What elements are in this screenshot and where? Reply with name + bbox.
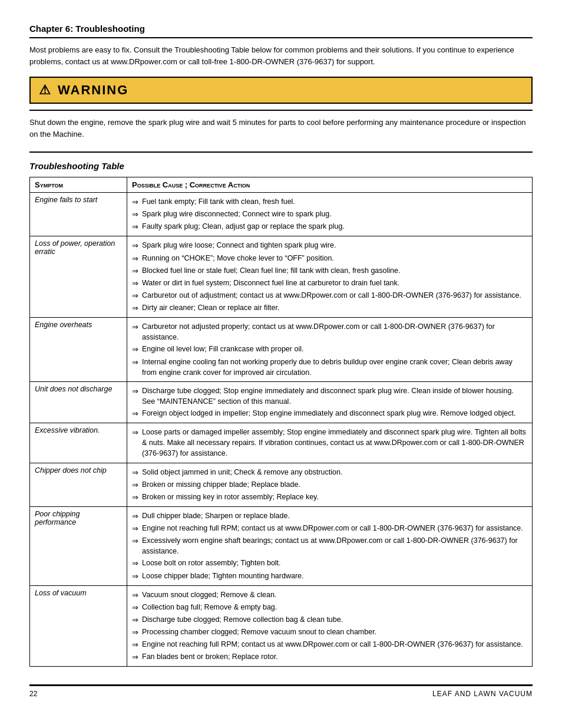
- list-item: ⇒Broken or missing key in rotor assembly…: [132, 491, 527, 503]
- list-item: ⇒Internal engine cooling fan not working…: [132, 356, 527, 378]
- arrow-icon: ⇒: [132, 536, 138, 546]
- warning-icon: ⚠: [39, 83, 51, 98]
- cause-text: Loose bolt on rotor assembly; Tighten bo…: [142, 558, 281, 568]
- list-item: ⇒Solid object jammed in unit; Check & re…: [132, 466, 527, 479]
- list-item: ⇒Engine not reaching full RPM; contact u…: [132, 522, 527, 535]
- list-item: ⇒Loose parts or damaged impeller assembl…: [132, 426, 527, 459]
- table-row: Excessive vibration.⇒Loose parts or dama…: [30, 423, 533, 463]
- list-item: ⇒Foreign object lodged in impeller; Stop…: [132, 407, 527, 420]
- arrow-icon: ⇒: [132, 480, 138, 490]
- arrow-icon: ⇒: [132, 571, 138, 582]
- arrow-icon: ⇒: [132, 197, 138, 207]
- warning-text: Shut down the engine, remove the spark p…: [29, 117, 533, 140]
- symptom-cell: Engine overheats: [30, 318, 127, 382]
- table-title: Troubleshooting Table: [29, 161, 533, 171]
- cause-text: Loose parts or damaged impeller assembly…: [142, 427, 527, 459]
- list-item: ⇒Faulty spark plug; Clean, adjust gap or…: [132, 220, 527, 233]
- cause-text: Discharge tube clogged; Remove collectio…: [142, 614, 343, 625]
- arrow-icon: ⇒: [132, 427, 138, 438]
- warning-label: WARNING: [58, 83, 128, 98]
- table-row: Unit does not discharge⇒Discharge tube c…: [30, 381, 533, 423]
- footer-page: 22: [29, 690, 37, 698]
- list-item: ⇒Engine oil level low; Fill crankcase wi…: [132, 343, 527, 355]
- list-item: ⇒Carburetor not adjusted properly; conta…: [132, 321, 527, 343]
- arrow-icon: ⇒: [132, 291, 138, 301]
- symptom-cell: Excessive vibration.: [30, 423, 127, 463]
- causes-cell: ⇒Carburetor not adjusted properly; conta…: [127, 318, 533, 382]
- list-item: ⇒Water or dirt in fuel system; Disconnec…: [132, 277, 527, 289]
- arrow-icon: ⇒: [132, 344, 138, 355]
- table-row: Loss of power, operation erratic⇒Spark p…: [30, 236, 533, 318]
- arrow-icon: ⇒: [132, 602, 138, 613]
- list-item: ⇒Engine not reaching full RPM; contact u…: [132, 638, 527, 651]
- list-item: ⇒Dirty air cleaner; Clean or replace air…: [132, 302, 527, 314]
- cause-text: Broken or missing key in rotor assembly;…: [142, 492, 319, 502]
- cause-text: Running on “CHOKE”; Move choke lever to …: [142, 253, 334, 263]
- cause-text: Vacuum snout clogged; Remove & clean.: [142, 589, 276, 600]
- cause-text: Foreign object lodged in impeller; Stop …: [142, 408, 515, 419]
- table-row: Poor chipping performance⇒Dull chipper b…: [30, 506, 533, 585]
- arrow-icon: ⇒: [132, 511, 138, 522]
- table-row: Engine fails to start⇒Fuel tank empty; F…: [30, 193, 533, 236]
- cause-text: Engine not reaching full RPM; contact us…: [142, 523, 523, 533]
- list-item: ⇒Blocked fuel line or stale fuel; Clean …: [132, 265, 527, 277]
- symptom-cell: Poor chipping performance: [30, 506, 127, 585]
- list-item: ⇒Carburetor out of adjustment; contact u…: [132, 289, 527, 302]
- cause-text: Loose chipper blade; Tighten mounting ha…: [142, 571, 304, 581]
- table-header-row: Symptom Possible Cause ; Corrective Acti…: [30, 177, 533, 193]
- causes-cell: ⇒Vacuum snout clogged; Remove & clean.⇒C…: [127, 585, 533, 667]
- footer: 22 LEAF AND LAWN VACUUM: [29, 684, 533, 698]
- arrow-icon: ⇒: [132, 278, 138, 289]
- symptom-cell: Loss of power, operation erratic: [30, 236, 127, 318]
- table-row: Chipper does not chip⇒Solid object jamme…: [30, 463, 533, 506]
- arrow-icon: ⇒: [132, 652, 138, 663]
- cause-text: Spark plug wire loose; Connect and tight…: [142, 240, 336, 251]
- arrow-icon: ⇒: [132, 640, 138, 650]
- arrow-icon: ⇒: [132, 492, 138, 503]
- cause-text: Dirty air cleaner; Clean or replace air …: [142, 302, 279, 313]
- cause-text: Collection bag full; Remove & empty bag.: [142, 602, 277, 612]
- arrow-icon: ⇒: [132, 558, 138, 569]
- cause-text: Water or dirt in fuel system; Disconnect…: [142, 278, 399, 288]
- arrow-icon: ⇒: [132, 467, 138, 478]
- list-item: ⇒Loose bolt on rotor assembly; Tighten b…: [132, 557, 527, 569]
- list-item: ⇒Dull chipper blade; Sharpen or replace …: [132, 510, 527, 522]
- cause-text: Processing chamber clogged; Remove vacuu…: [142, 627, 376, 637]
- list-item: ⇒Collection bag full; Remove & empty bag…: [132, 601, 527, 614]
- cause-text: Carburetor out of adjustment; contact us…: [142, 290, 521, 301]
- arrow-icon: ⇒: [132, 241, 138, 251]
- warning-divider: [29, 110, 533, 111]
- causes-cell: ⇒Dull chipper blade; Sharpen or replace …: [127, 506, 533, 585]
- warning-box: ⚠ WARNING: [29, 77, 533, 104]
- cause-text: Dull chipper blade; Sharpen or replace b…: [142, 510, 290, 521]
- list-item: ⇒Vacuum snout clogged; Remove & clean.: [132, 589, 527, 601]
- cause-text: Spark plug wire disconnected; Connect wi…: [142, 209, 332, 219]
- arrow-icon: ⇒: [132, 590, 138, 601]
- cause-text: Blocked fuel line or stale fuel; Clean f…: [142, 265, 400, 276]
- arrow-icon: ⇒: [132, 303, 138, 314]
- list-item: ⇒Loose chipper blade; Tighten mounting h…: [132, 570, 527, 582]
- list-item: ⇒Processing chamber clogged; Remove vacu…: [132, 626, 527, 638]
- list-item: ⇒Spark plug wire loose; Connect and tigh…: [132, 239, 527, 252]
- arrow-icon: ⇒: [132, 523, 138, 534]
- list-item: ⇒Spark plug wire disconnected; Connect w…: [132, 208, 527, 220]
- symptom-cell: Loss of vacuum: [30, 585, 127, 667]
- footer-title: LEAF AND LAWN VACUUM: [432, 690, 533, 698]
- cause-text: Broken or missing chipper blade; Replace…: [142, 479, 300, 490]
- cause-text: Solid object jammed in unit; Check & rem…: [142, 467, 342, 477]
- arrow-icon: ⇒: [132, 253, 138, 264]
- arrow-icon: ⇒: [132, 266, 138, 276]
- causes-cell: ⇒Spark plug wire loose; Connect and tigh…: [127, 236, 533, 318]
- cause-text: Faulty spark plug; Clean, adjust gap or …: [142, 221, 345, 232]
- cause-text: Excessively worn engine shaft bearings; …: [142, 535, 527, 556]
- causes-cell: ⇒Loose parts or damaged impeller assembl…: [127, 423, 533, 463]
- table-row: Engine overheats⇒Carburetor not adjusted…: [30, 318, 533, 382]
- causes-cell: ⇒Solid object jammed in unit; Check & re…: [127, 463, 533, 506]
- arrow-icon: ⇒: [132, 209, 138, 220]
- cause-text: Internal engine cooling fan not working …: [142, 357, 527, 378]
- arrow-icon: ⇒: [132, 357, 138, 368]
- cause-text: Engine oil level low; Fill crankcase wit…: [142, 344, 303, 354]
- arrow-icon: ⇒: [132, 322, 138, 332]
- intro-text: Most problems are easy to fix. Consult t…: [29, 44, 533, 67]
- cause-text: Discharge tube clogged; Stop engine imme…: [142, 386, 527, 407]
